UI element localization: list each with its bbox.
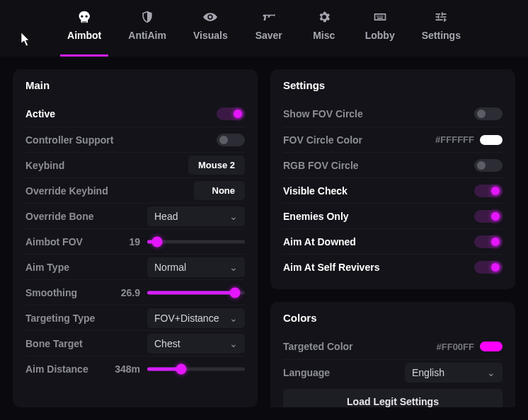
eye-icon — [203, 10, 217, 24]
row-targeted-color: Targeted Color #FF00FF — [283, 334, 503, 359]
nav-label: Settings — [422, 30, 461, 41]
toggle-enemies-only[interactable] — [474, 210, 503, 223]
chevron-down-icon: ⌄ — [487, 367, 495, 378]
label-show-fov: Show FOV Circle — [283, 108, 363, 119]
nav-label: Aimbot — [67, 30, 101, 41]
label-smoothing: Smoothing — [25, 287, 77, 298]
select-value: FOV+Distance — [154, 313, 219, 324]
shield-icon — [140, 10, 154, 24]
select-targeting-type[interactable]: FOV+Distance ⌄ — [147, 308, 245, 328]
select-override-bone[interactable]: Head ⌄ — [147, 206, 245, 226]
select-aim-type[interactable]: Normal ⌄ — [147, 257, 245, 277]
chevron-down-icon: ⌄ — [229, 313, 238, 324]
row-aimbot-fov: Aimbot FOV 19 — [25, 228, 245, 254]
label-enemies-only: Enemies Only — [283, 211, 349, 222]
override-keybind-input[interactable]: None — [194, 181, 245, 200]
gear-icon — [317, 10, 331, 24]
toggle-active[interactable] — [217, 107, 245, 120]
select-bone-target[interactable]: Chest ⌄ — [147, 334, 245, 354]
row-smoothing: Smoothing 26.9 — [25, 279, 245, 305]
aimbot-fov-value: 19 — [116, 236, 140, 247]
label-aim-self-revivers: Aim At Self Revivers — [283, 262, 379, 273]
select-value: Chest — [154, 338, 180, 349]
row-rgb-fov: RGB FOV Circle — [283, 152, 503, 177]
nav-label: Visuals — [193, 30, 228, 41]
row-override-bone: Override Bone Head ⌄ — [25, 203, 245, 228]
fov-color-hex: #FFFFFF — [435, 134, 474, 145]
targeted-color-swatch[interactable] — [480, 342, 503, 351]
row-aim-distance: Aim Distance 348m — [25, 356, 245, 381]
nav-label: Misc — [313, 30, 335, 41]
aim-distance-value: 348m — [115, 363, 140, 375]
sliders-icon — [434, 10, 448, 24]
toggle-aim-self-revivers[interactable] — [474, 261, 503, 274]
row-aim-downed: Aim At Downed — [283, 228, 503, 254]
settings-panel: Settings Show FOV Circle FOV Circle Colo… — [270, 69, 515, 289]
toggle-controller[interactable] — [217, 134, 245, 146]
keybind-input[interactable]: Mouse 2 — [188, 156, 245, 175]
label-visible-check: Visible Check — [283, 185, 348, 197]
chevron-down-icon: ⌄ — [229, 262, 238, 273]
nav-label: Lobby — [365, 30, 395, 41]
nav-lobby[interactable]: Lobby — [358, 6, 402, 57]
toggle-show-fov[interactable] — [474, 107, 503, 120]
label-controller: Controller Support — [25, 134, 113, 146]
settings-title: Settings — [283, 79, 503, 91]
slider-smoothing[interactable] — [147, 287, 245, 298]
select-language[interactable]: English ⌄ — [405, 363, 503, 383]
label-bone-target: Bone Target — [25, 338, 83, 349]
slider-aimbot-fov[interactable] — [147, 236, 245, 247]
nav-visuals[interactable]: Visuals — [186, 6, 235, 57]
row-override-keybind: Override Keybind None — [25, 177, 245, 203]
row-show-fov: Show FOV Circle — [283, 101, 503, 127]
nav-misc[interactable]: Misc — [303, 6, 345, 57]
row-language: Language English ⌄ — [283, 359, 503, 385]
fov-color-swatch[interactable] — [480, 135, 503, 145]
slider-aim-distance[interactable] — [147, 363, 245, 375]
targeted-color-hex: #FF00FF — [437, 342, 474, 352]
select-value: English — [412, 367, 444, 378]
label-active: Active — [25, 108, 55, 119]
nav-label: AntiAim — [128, 30, 166, 41]
label-aim-downed: Aim At Downed — [283, 236, 356, 247]
skull-icon — [77, 10, 91, 24]
row-aim-type: Aim Type Normal ⌄ — [25, 254, 245, 279]
row-enemies-only: Enemies Only — [283, 203, 503, 228]
main-panel: Main Active Controller Support Keybind M… — [13, 69, 258, 407]
colors-title: Colors — [283, 312, 503, 324]
nav-aimbot[interactable]: Aimbot — [60, 6, 108, 57]
label-override-bone: Override Bone — [25, 211, 93, 222]
select-value: Head — [154, 211, 178, 222]
top-nav: Aimbot AntiAim Visuals Saver Misc Lobby — [0, 0, 528, 57]
nav-settings[interactable]: Settings — [415, 6, 468, 57]
row-fov-color: FOV Circle Color #FFFFFF — [283, 127, 503, 152]
smoothing-value: 26.9 — [116, 287, 140, 298]
load-legit-settings-button[interactable]: Load Legit Settings — [283, 389, 503, 407]
gun-icon — [262, 10, 276, 24]
nav-antiaim[interactable]: AntiAim — [121, 6, 173, 57]
label-aim-type: Aim Type — [25, 262, 69, 273]
toggle-aim-downed[interactable] — [474, 235, 503, 248]
label-rgb-fov: RGB FOV Circle — [283, 160, 359, 171]
toggle-visible-check[interactable] — [474, 185, 503, 197]
label-fov-color: FOV Circle Color — [283, 134, 362, 146]
label-override-keybind: Override Keybind — [25, 185, 108, 197]
nav-label: Saver — [256, 30, 282, 41]
row-visible-check: Visible Check — [283, 177, 503, 203]
right-column: Settings Show FOV Circle FOV Circle Colo… — [270, 69, 515, 407]
content-area: Main Active Controller Support Keybind M… — [0, 57, 528, 420]
label-targeting-type: Targeting Type — [25, 313, 95, 324]
label-aimbot-fov: Aimbot FOV — [25, 236, 83, 247]
nav-saver[interactable]: Saver — [248, 6, 290, 57]
chevron-down-icon: ⌄ — [229, 338, 238, 349]
row-targeting-type: Targeting Type FOV+Distance ⌄ — [25, 305, 245, 330]
main-title: Main — [25, 79, 245, 91]
chevron-down-icon: ⌄ — [229, 211, 238, 222]
row-bone-target: Bone Target Chest ⌄ — [25, 330, 245, 356]
row-keybind: Keybind Mouse 2 — [25, 152, 245, 177]
label-keybind: Keybind — [25, 160, 64, 171]
colors-panel: Colors Targeted Color #FF00FF Language E… — [270, 302, 515, 407]
label-aim-distance: Aim Distance — [25, 363, 88, 375]
row-active: Active — [25, 101, 245, 127]
toggle-rgb-fov[interactable] — [474, 159, 503, 172]
